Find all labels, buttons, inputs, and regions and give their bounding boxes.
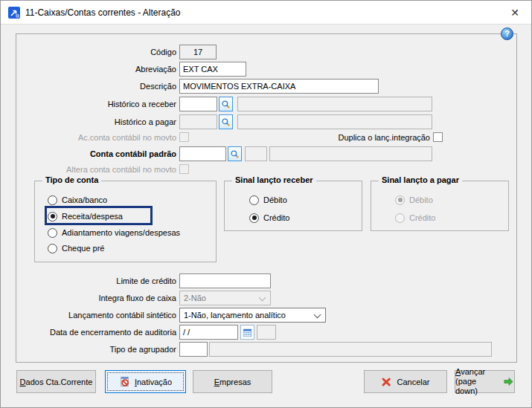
dados-cta-corrente-button[interactable]: Dados Cta.Corrente: [16, 370, 96, 393]
tipo-agrupador-desc-field: [209, 342, 492, 357]
historico-pagar-label: Histórico a pagar: [16, 114, 176, 129]
tipo-agrupador-input[interactable]: [179, 342, 208, 357]
close-icon[interactable]: ✕: [503, 1, 527, 25]
document-blocked-icon: [119, 376, 130, 387]
radio-pagar-credito: Crédito: [395, 211, 435, 224]
lancamento-sintetico-dropdown[interactable]: 1-Não, lançamento analítico: [179, 308, 326, 323]
radio-pagar-credito-label: Crédito: [409, 213, 435, 222]
radio-pagar-debito: Débito: [395, 193, 433, 207]
conta-padrao-desc-field: [269, 146, 432, 161]
empresas-label: Empresas: [214, 378, 251, 386]
altera-conta-movto-label: Altera conta contábil no movto: [16, 163, 176, 175]
radio-receber-debito[interactable]: Débito: [249, 193, 287, 207]
sinal-pagar-title: Sinal lançto a pagar: [379, 175, 462, 184]
historico-receber-desc-field: [237, 97, 432, 111]
historico-receber-lookup-button[interactable]: [219, 97, 233, 111]
codigo-field: 17: [179, 45, 217, 59]
tipo-agrupador-label: Tipo de agrupador: [16, 342, 176, 357]
integra-fluxo-label: Integra fluxo de caixa: [16, 291, 176, 305]
radio-circle-icon: [48, 212, 57, 221]
radio-circle-icon: [395, 195, 405, 205]
tipo-de-conta-title: Tipo de conta: [42, 175, 101, 184]
limite-credito-label: Limite de crédito: [16, 273, 176, 288]
data-encerramento-input[interactable]: [179, 325, 238, 340]
radio-receita-despesa-label: Receita/despesa: [62, 212, 123, 221]
chevron-down-icon: [314, 311, 321, 319]
radio-receber-debito-label: Débito: [263, 195, 287, 204]
integra-fluxo-value: 2-Não: [184, 294, 206, 302]
cancelar-button[interactable]: Cancelar: [364, 370, 447, 393]
radio-caixa-banco[interactable]: Caixa/banco: [48, 193, 107, 207]
ac-conta-movto-checkbox: [179, 132, 189, 142]
inativacao-button[interactable]: Inativação: [105, 370, 186, 393]
cancelar-label: Cancelar: [397, 378, 429, 386]
search-icon: [221, 117, 231, 127]
altera-conta-movto-checkbox: [179, 164, 189, 174]
radio-circle-icon: [249, 195, 259, 205]
inativacao-label: Inativação: [135, 378, 172, 386]
empresas-button[interactable]: Empresas: [193, 370, 272, 393]
green-arrow-right-icon: [503, 376, 514, 387]
radio-circle-icon: [395, 213, 405, 223]
sinal-receber-title: Sinal lançto receber: [232, 175, 316, 184]
avancar-button[interactable]: Avançar (page down): [455, 370, 515, 393]
radio-adiantamento-label: Adiantamento viagens/despesas: [62, 228, 180, 237]
window-title: 11-Caixas/Contas correntes - Alteração: [25, 1, 181, 25]
radio-receber-credito-label: Crédito: [263, 213, 289, 222]
radio-receita-despesa[interactable]: Receita/despesa: [48, 210, 123, 223]
radio-circle-icon: [48, 195, 57, 205]
radio-cheque-pre-label: Cheque pré: [62, 244, 105, 253]
historico-pagar-desc-field: [237, 114, 432, 129]
radio-circle-icon: [249, 213, 259, 223]
conta-padrao-lookup-button[interactable]: [228, 146, 242, 161]
dados-cta-corrente-label: Dados Cta.Corrente: [20, 378, 93, 386]
lancamento-sintetico-value: 1-Não, lançamento analítico: [184, 311, 286, 320]
sinal-receber-group: Sinal lançto receber: [224, 181, 362, 231]
help-icon[interactable]: ?: [501, 27, 513, 40]
abreviacao-input[interactable]: [179, 62, 246, 77]
search-icon: [230, 149, 240, 159]
red-x-icon: [381, 376, 392, 387]
chevron-down-icon: [259, 294, 266, 302]
radio-circle-icon: [48, 228, 57, 238]
historico-pagar-lookup-button[interactable]: [219, 114, 233, 129]
codigo-label: Código: [16, 45, 176, 59]
calendar-picker-button[interactable]: [240, 325, 254, 340]
data-encerramento-aux-field: [257, 325, 276, 340]
historico-receber-label: Histórico a receber: [16, 97, 176, 111]
descricao-input[interactable]: [179, 79, 379, 94]
duplica-lanc-label: Duplica o lanç.integração: [313, 132, 430, 143]
radio-caixa-banco-label: Caixa/banco: [62, 195, 107, 204]
descricao-label: Descrição: [16, 79, 176, 94]
calendar-icon: [243, 328, 252, 337]
conta-padrao-code-input[interactable]: [179, 146, 226, 161]
radio-adiantamento[interactable]: Adiantamento viagens/despesas: [48, 226, 180, 239]
radio-pagar-debito-label: Débito: [409, 195, 433, 204]
dialog-caixas-contas-correntes: 11-Caixas/Contas correntes - Alteração ✕…: [0, 0, 532, 408]
search-icon: [221, 100, 231, 109]
integra-fluxo-dropdown: 2-Não: [179, 291, 271, 305]
radio-circle-icon: [48, 244, 57, 253]
app-icon: [8, 7, 20, 19]
radio-receber-credito[interactable]: Crédito: [249, 211, 289, 224]
avancar-label: Avançar (page down): [455, 367, 499, 396]
ac-conta-movto-label: Ac.conta contábil no movto: [16, 132, 176, 143]
conta-padrao-aux-field: [245, 146, 267, 161]
data-encerramento-label: Data de encerramento de auditoria: [16, 325, 176, 340]
duplica-lanc-checkbox[interactable]: [433, 132, 443, 142]
conta-padrao-label: Conta contábil padrão: [16, 146, 176, 161]
title-bar: 11-Caixas/Contas correntes - Alteração ✕: [1, 1, 531, 25]
historico-receber-code-input[interactable]: [179, 97, 217, 111]
lancamento-sintetico-label: Lançamento contábil sintético: [16, 308, 176, 323]
sinal-pagar-group: Sinal lançto a pagar: [371, 181, 509, 231]
abreviacao-label: Abreviação: [16, 62, 176, 77]
historico-pagar-code-field: [179, 114, 217, 129]
limite-credito-input[interactable]: [179, 273, 271, 288]
radio-cheque-pre[interactable]: Cheque pré: [48, 242, 105, 255]
